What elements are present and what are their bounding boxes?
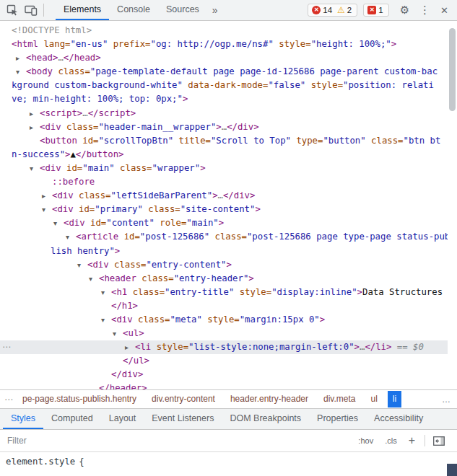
tab-sources[interactable]: Sources — [158, 0, 207, 20]
dom-node-line[interactable]: </h1> — [0, 299, 448, 313]
code-attr: id= — [124, 232, 140, 242]
element-classes-button[interactable]: .cls — [385, 436, 397, 445]
main-toolbar: ElementsConsoleSources » ✕ 14 ⚠ 2 ✕ 1 ⚙ … — [0, 0, 457, 21]
dom-tree-scrollbar[interactable] — [448, 22, 456, 388]
dom-node-line[interactable]: <html lang="en-us" prefix="og: http://og… — [0, 38, 448, 51]
code-pln — [115, 163, 120, 173]
dom-node-line[interactable]: ▾<div id="content" role="main"> — [0, 216, 448, 230]
breadcrumb-item[interactable]: ul — [365, 391, 382, 407]
collapse-arrow-icon[interactable]: ▾ — [16, 65, 19, 79]
breadcrumb-item[interactable]: header.entry-header — [225, 391, 313, 407]
more-tabs-button[interactable]: » — [207, 4, 223, 16]
dom-node-line[interactable]: </ul> — [0, 354, 448, 368]
dom-node-line[interactable]: ▸<div class="leftSideBarParent">…</div> — [0, 189, 448, 203]
tab-computed[interactable]: Computed — [43, 409, 101, 429]
dom-node-line[interactable]: ▾<div id="primary" class="site-content"> — [0, 203, 448, 216]
tab-layout[interactable]: Layout — [101, 409, 144, 429]
collapse-arrow-icon[interactable]: ▾ — [101, 286, 105, 299]
dom-node-line[interactable]: ▾<div class="entry-content"> — [0, 258, 448, 272]
dom-node-line[interactable]: ▾<article id="post-125686" class="post-1… — [0, 230, 448, 244]
tab-accessibility[interactable]: Accessibility — [366, 409, 431, 429]
tab-elements[interactable]: Elements — [56, 0, 109, 20]
settings-gear-icon[interactable]: ⚙ — [400, 4, 409, 17]
collapse-arrow-icon[interactable]: ▾ — [42, 203, 45, 216]
dom-node-line[interactable]: ▸<script>…</script> — [0, 107, 448, 120]
code-val: "wrapper" — [152, 163, 201, 173]
code-mark: == $0 — [391, 342, 423, 352]
expand-arrow-icon[interactable]: ▸ — [125, 340, 129, 354]
breadcrumb-item[interactable]: li — [388, 391, 401, 407]
code-val: "display:inline" — [271, 287, 357, 297]
style-rule-selector[interactable]: element.style — [6, 457, 75, 467]
toggle-element-state-button[interactable]: :hov — [358, 436, 373, 445]
warning-icon: ⚠ — [337, 6, 345, 14]
new-style-rule-button[interactable]: + — [409, 435, 415, 446]
collapse-arrow-icon[interactable]: ▾ — [66, 230, 69, 244]
close-icon[interactable]: ✕ — [440, 5, 448, 16]
dom-tree: <!DOCTYPE html><html lang="en-us" prefix… — [0, 21, 457, 389]
dom-node-line[interactable]: ▸<head>…</head> — [0, 51, 448, 65]
toggle-sidebar-icon[interactable] — [433, 436, 445, 446]
tab-dom-breakpoints[interactable]: DOM Breakpoints — [222, 409, 309, 429]
dom-node-line[interactable]: ⋯▸<li style="list-style:none;margin-left… — [0, 340, 448, 354]
dom-node-line[interactable]: </div> — [0, 368, 448, 382]
inspect-element-button[interactable] — [3, 1, 22, 19]
code-txt: Data Structures — [362, 287, 443, 297]
code-tag: <li — [135, 342, 151, 352]
styles-filter-input[interactable] — [6, 435, 352, 446]
dom-node-line[interactable]: ve; min-height: 100%; top: 0px;"> — [0, 92, 448, 106]
dom-node-line[interactable]: <!DOCTYPE html> — [0, 24, 448, 38]
issues-badge[interactable]: ✕ 1 — [363, 4, 388, 17]
code-val: "meta" — [170, 314, 201, 325]
breadcrumb-item[interactable]: pe-page.status-publish.hentry — [17, 391, 142, 407]
warning-count: 2 — [347, 6, 352, 14]
dom-node-line[interactable]: <button id="scrollTopBtn" title="Scroll … — [0, 134, 448, 148]
expand-arrow-icon[interactable]: ▸ — [30, 120, 33, 134]
code-val: "page-template-default page page-id-1256… — [90, 66, 438, 76]
collapse-arrow-icon[interactable]: ▾ — [113, 327, 116, 340]
dom-node-line[interactable]: ▾<header class="entry-header"> — [0, 272, 448, 286]
dom-node-line[interactable]: ::before — [0, 175, 448, 189]
collapse-arrow-icon[interactable]: ▾ — [77, 258, 81, 272]
dom-node-line[interactable]: n-success">▲</button> — [0, 148, 448, 162]
collapse-arrow-icon[interactable]: ▾ — [89, 272, 92, 286]
tab-console[interactable]: Console — [109, 0, 158, 20]
dom-node-line[interactable]: kground custom-background-white" data-da… — [0, 79, 448, 92]
code-tag: </ul> — [123, 356, 149, 366]
dom-node-line[interactable]: </header> — [0, 382, 448, 389]
code-val: ve; min-height: 100%; top: 0px;" — [12, 94, 183, 104]
breadcrumb-item[interactable]: div.entry-content — [147, 391, 220, 407]
collapse-arrow-icon[interactable]: ▾ — [101, 313, 105, 327]
toolbar-right: ✕ 14 ⚠ 2 ✕ 1 ⚙ ⋮ ✕ — [308, 4, 457, 17]
dom-node-line[interactable]: ▾<h1 class="entry-title" style="display:… — [0, 286, 448, 299]
breadcrumb-right-overflow[interactable]: … — [438, 395, 457, 405]
console-errors-badge[interactable]: ✕ 14 ⚠ 2 — [308, 4, 357, 17]
dom-node-line[interactable]: ▾<ul> — [0, 327, 448, 340]
dom-node-line[interactable]: ▸<div class="header-main__wrapper">…</di… — [0, 120, 448, 134]
collapse-arrow-icon[interactable]: ▾ — [53, 216, 57, 230]
code-attr: class= — [215, 232, 247, 242]
dom-node-line[interactable]: ▾<body class="page-template-default page… — [0, 65, 448, 79]
breadcrumb-item[interactable]: div.meta — [318, 391, 360, 407]
code-pln — [61, 163, 66, 173]
tab-event-listeners[interactable]: Event Listeners — [144, 409, 222, 429]
code-tag: > — [248, 273, 253, 283]
more-options-icon[interactable]: ⋮ — [419, 4, 430, 17]
code-tag: <body — [26, 66, 53, 76]
device-toolbar-button[interactable] — [22, 1, 40, 19]
breadcrumb-left-overflow[interactable]: ⋯ — [0, 395, 17, 405]
expand-arrow-icon[interactable]: ▸ — [42, 189, 45, 203]
expand-arrow-icon[interactable]: ▸ — [30, 107, 33, 120]
code-tag: </div> — [111, 369, 143, 379]
dom-node-line[interactable]: lish hentry"> — [0, 244, 448, 258]
scrollbar-thumb[interactable] — [449, 28, 456, 111]
tab-properties[interactable]: Properties — [309, 409, 366, 429]
expand-arrow-icon[interactable]: ▸ — [16, 51, 19, 65]
collapse-arrow-icon[interactable]: ▾ — [30, 162, 33, 175]
dom-node-line[interactable]: ▾<div id="main" class="wrapper"> — [0, 162, 448, 175]
code-attr: id= — [90, 218, 106, 228]
tab-styles[interactable]: Styles — [3, 409, 43, 429]
dom-node-line[interactable]: ▾<div class="meta" style="margin:15px 0"… — [0, 313, 448, 327]
code-val: "primary" — [95, 204, 143, 214]
node-menu-icon[interactable]: ⋯ — [2, 340, 10, 354]
